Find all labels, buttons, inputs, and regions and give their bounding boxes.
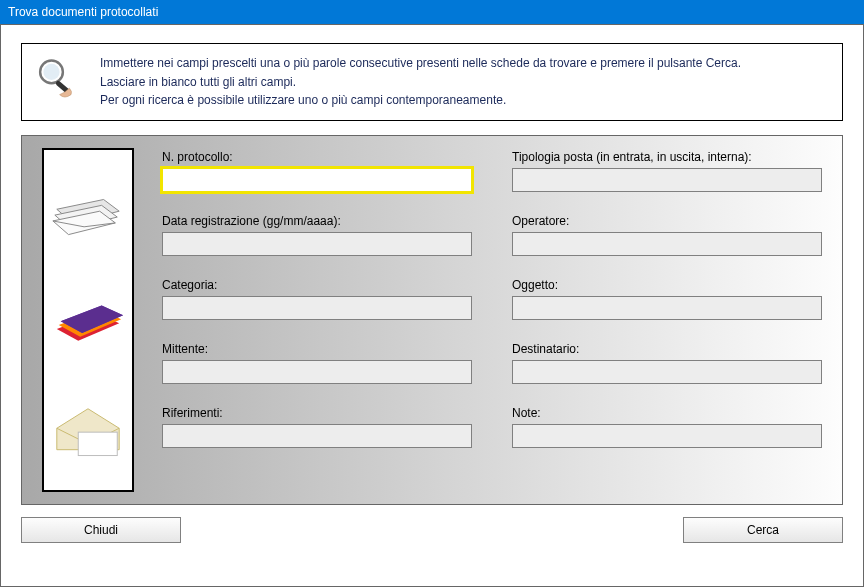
field-mittente: Mittente: bbox=[162, 342, 472, 384]
input-mittente[interactable] bbox=[162, 360, 472, 384]
label-tipologia: Tipologia posta (in entrata, in uscita, … bbox=[512, 150, 822, 164]
field-oggetto: Oggetto: bbox=[512, 278, 822, 320]
label-oggetto: Oggetto: bbox=[512, 278, 822, 292]
input-note[interactable] bbox=[512, 424, 822, 448]
search-form-panel: N. protocollo: Tipologia posta (in entra… bbox=[21, 135, 843, 505]
field-destinatario: Destinatario: bbox=[512, 342, 822, 384]
input-protocollo[interactable] bbox=[162, 168, 472, 192]
input-tipologia[interactable] bbox=[512, 168, 822, 192]
input-operatore[interactable] bbox=[512, 232, 822, 256]
search-button[interactable]: Cerca bbox=[683, 517, 843, 543]
magnifier-icon bbox=[32, 54, 84, 106]
thumbnail-strip bbox=[42, 148, 134, 492]
label-riferimenti: Riferimenti: bbox=[162, 406, 472, 420]
instruction-line: Per ogni ricerca è possibile utilizzare … bbox=[100, 91, 741, 110]
input-riferimenti[interactable] bbox=[162, 424, 472, 448]
instructions-text: Immettere nei campi prescelti una o più … bbox=[100, 54, 741, 110]
input-destinatario[interactable] bbox=[512, 360, 822, 384]
field-protocollo: N. protocollo: bbox=[162, 150, 472, 192]
dialog-body: Immettere nei campi prescelti una o più … bbox=[0, 24, 864, 587]
colored-folders-icon bbox=[49, 290, 127, 350]
label-data-registrazione: Data registrazione (gg/mm/aaaa): bbox=[162, 214, 472, 228]
instruction-line: Lasciare in bianco tutti gli altri campi… bbox=[100, 73, 741, 92]
window-titlebar: Trova documenti protocollati bbox=[0, 0, 864, 24]
label-destinatario: Destinatario: bbox=[512, 342, 822, 356]
open-envelope-icon bbox=[49, 399, 127, 459]
button-bar: Chiudi Cerca bbox=[21, 517, 843, 543]
svg-point-1 bbox=[43, 64, 59, 80]
close-button[interactable]: Chiudi bbox=[21, 517, 181, 543]
label-note: Note: bbox=[512, 406, 822, 420]
instructions-panel: Immettere nei campi prescelti una o più … bbox=[21, 43, 843, 121]
field-riferimenti: Riferimenti: bbox=[162, 406, 472, 448]
label-mittente: Mittente: bbox=[162, 342, 472, 356]
label-categoria: Categoria: bbox=[162, 278, 472, 292]
label-operatore: Operatore: bbox=[512, 214, 822, 228]
field-data-registrazione: Data registrazione (gg/mm/aaaa): bbox=[162, 214, 472, 256]
instruction-line: Immettere nei campi prescelti una o più … bbox=[100, 54, 741, 73]
label-protocollo: N. protocollo: bbox=[162, 150, 472, 164]
field-note: Note: bbox=[512, 406, 822, 448]
input-categoria[interactable] bbox=[162, 296, 472, 320]
input-data-registrazione[interactable] bbox=[162, 232, 472, 256]
field-categoria: Categoria: bbox=[162, 278, 472, 320]
svg-rect-11 bbox=[78, 432, 117, 455]
window-title: Trova documenti protocollati bbox=[8, 5, 158, 19]
fields-grid: N. protocollo: Tipologia posta (in entra… bbox=[162, 148, 822, 492]
envelopes-stack-icon bbox=[49, 180, 127, 240]
field-operatore: Operatore: bbox=[512, 214, 822, 256]
field-tipologia: Tipologia posta (in entrata, in uscita, … bbox=[512, 150, 822, 192]
input-oggetto[interactable] bbox=[512, 296, 822, 320]
